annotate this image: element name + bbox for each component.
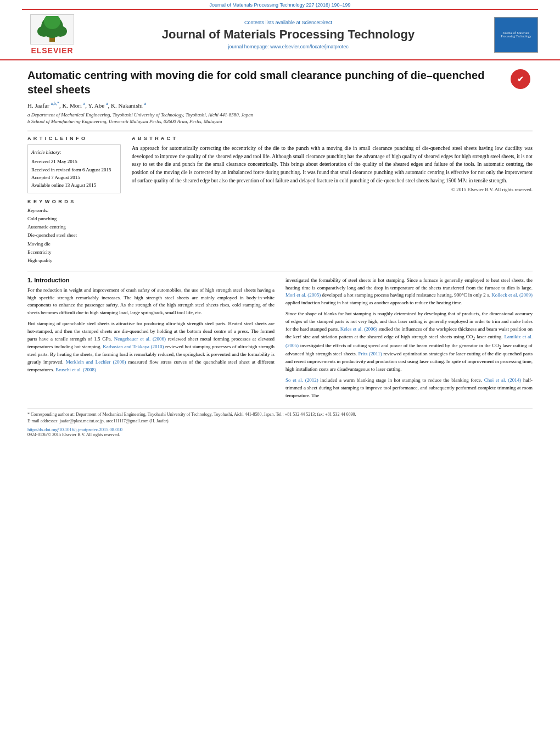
received-date: Received 21 May 2015 — [31, 158, 117, 165]
sciencedirect-line: Contents lists available at ScienceDirec… — [82, 20, 494, 25]
footnote-email: E-mail addresses: jaafar@plast.me.tut.ac… — [27, 418, 533, 425]
ref-choi[interactable]: Choi et al. (2014) — [484, 377, 522, 383]
ref-karbasian[interactable]: Karbasian and Tekkaya (2010) — [103, 344, 164, 349]
keywords-section-label: K E Y W O R D S — [27, 199, 121, 204]
available-date: Available online 13 August 2015 — [31, 181, 117, 189]
ref-neugebauer[interactable]: Neugebauer et al. (2006) — [114, 336, 166, 342]
elsevier-logo: ELSEVIER — [22, 14, 82, 55]
section1-right-para1: investigated the formability of steel sh… — [285, 277, 533, 308]
sciencedirect-link[interactable]: ScienceDirect — [302, 20, 333, 25]
body-left-col: 1. Introduction For the reduction in wei… — [27, 277, 275, 403]
ref-keles[interactable]: Keles et al. (2006) — [340, 326, 377, 332]
footnote-star: * Corresponding author at: Department of… — [27, 411, 533, 418]
keyword-2: Automatic centring — [27, 223, 121, 231]
ref-fritz[interactable]: Fritz (2011) — [358, 351, 382, 356]
keywords-label: Keywords: — [27, 208, 121, 213]
section1-heading: 1. Introduction — [27, 277, 275, 283]
abstract-section: A B S T R A C T An approach for automati… — [132, 136, 533, 265]
keyword-3: Die-quenched steel sheet — [27, 231, 121, 239]
crossmark-icon: ✔ — [511, 69, 530, 89]
body-two-col: 1. Introduction For the reduction in wei… — [27, 277, 533, 403]
article-info-box: Article history: Received 21 May 2015 Re… — [27, 144, 121, 193]
ref-bruschi[interactable]: Bruschi et al. (2008) — [55, 367, 96, 372]
article-title-text: Automatic centring with moving die for c… — [27, 68, 505, 125]
keywords-section: K E Y W O R D S Keywords: Cold punching … — [27, 199, 121, 265]
accepted-date: Accepted 7 August 2015 — [31, 174, 117, 181]
copyright-line: © 2015 Elsevier B.V. All rights reserved… — [132, 187, 533, 192]
journal-center: Contents lists available at ScienceDirec… — [82, 20, 494, 49]
journal-homepage: journal homepage: www.elsevier.com/locat… — [82, 44, 494, 49]
article-area: Automatic centring with moving die for c… — [0, 60, 560, 271]
homepage-url[interactable]: www.elsevier.com/locate/jmatprotec — [270, 44, 349, 49]
article-info-col: A R T I C L E I N F O Article history: R… — [27, 136, 121, 265]
footnote-area: * Corresponding author at: Department of… — [0, 411, 560, 425]
issn-line: 0924-0136/© 2015 Elsevier B.V. All right… — [0, 432, 560, 437]
ref-so[interactable]: So et al. (2012) — [285, 377, 318, 383]
article-title: Automatic centring with moving die for c… — [27, 68, 505, 97]
abstract-text: An approach for automatically correcting… — [132, 144, 533, 185]
keyword-5: Eccentricity — [27, 248, 121, 256]
body-rule — [27, 271, 533, 271]
main-body: 1. Introduction For the reduction in wei… — [0, 271, 560, 403]
crossmark-badge: ✔ — [511, 69, 533, 91]
affiliations: a Department of Mechanical Engineering, … — [27, 111, 505, 125]
keyword-4: Moving die — [27, 240, 121, 248]
abstract-label: A B S T R A C T — [132, 136, 533, 141]
keyword-1: Cold punching — [27, 215, 121, 223]
body-right-col: investigated the formability of steel sh… — [285, 277, 533, 403]
section1-para2: Hot stamping of quenchable steel sheets … — [27, 320, 275, 374]
keywords-list: Cold punching Automatic centring Die-que… — [27, 215, 121, 265]
article-info-label: A R T I C L E I N F O — [27, 136, 121, 141]
elsevier-tree-image — [30, 14, 74, 44]
section1-right-para2: Since the shape of blanks for hot stampi… — [285, 310, 533, 373]
footnote-rule — [27, 409, 533, 409]
article-title-section: Automatic centring with moving die for c… — [27, 68, 533, 125]
ref-kolleck[interactable]: Kolleck et al. (2009) — [491, 292, 533, 298]
journal-header: ELSEVIER Contents lists available at Sci… — [0, 10, 560, 60]
section1-para1: For the reduction in weight and improvem… — [27, 287, 275, 317]
ref-merklein[interactable]: Merklein and Lechler (2006) — [66, 359, 126, 365]
elsevier-label: ELSEVIER — [31, 46, 73, 55]
journal-thumbnail: Journal of Materials Processing Technolo… — [494, 17, 538, 53]
doi-line[interactable]: http://dx.doi.org/10.1016/j.jmatprotec.2… — [0, 425, 560, 432]
journal-citation: Journal of Materials Processing Technolo… — [0, 0, 560, 9]
received-revised-date: Received in revised form 6 August 2015 — [31, 166, 117, 174]
ref-mori[interactable]: Mori et al. (2005) — [285, 292, 321, 298]
keyword-6: High quality — [27, 256, 121, 265]
section1-right-para3: So et al. (2012) included a warm blankin… — [285, 377, 533, 400]
authors: H. Jaafar a,b,*, K. Mori a, Y. Abe a, K.… — [27, 101, 505, 109]
journal-title: Journal of Materials Processing Technolo… — [82, 27, 494, 42]
info-abstract-cols: A R T I C L E I N F O Article history: R… — [27, 131, 533, 265]
history-label: Article history: — [31, 148, 117, 156]
ref-lamikiz[interactable]: Lamikiz et al. (2005) — [285, 334, 533, 348]
